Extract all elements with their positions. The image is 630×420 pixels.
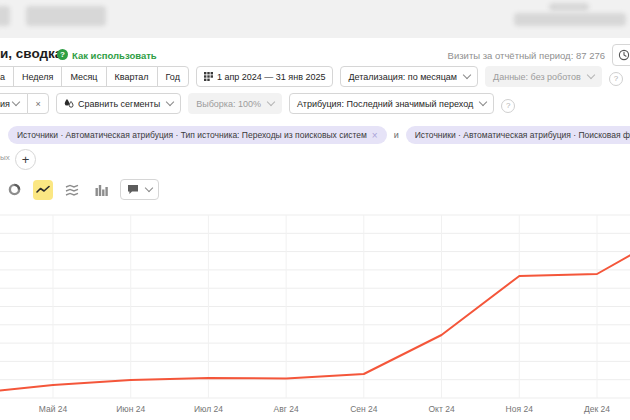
chevron-down-icon (267, 98, 275, 106)
help-question-icon[interactable]: ? (501, 99, 515, 113)
chips-connector: и (394, 130, 399, 140)
compare-drops-icon (64, 98, 74, 109)
active-filter-chips: Источники · Автоматическая атрибуция · Т… (8, 126, 630, 144)
chevron-down-icon (463, 71, 471, 79)
calendar-grid-icon (204, 72, 213, 81)
filter-chip-text: Источники · Автоматическая атрибуция · П… (415, 130, 630, 140)
segment-controls-row: вия × Сравнить сегменты Выборка: 100% Ат… (0, 93, 515, 114)
period-tabs: аНеделяМесяцКварталГод (0, 66, 189, 87)
granularity-dropdown[interactable]: Детализация: по месяцам (340, 66, 478, 87)
segment-condition-group: вия × (0, 93, 49, 114)
chip-close-icon[interactable]: × (372, 130, 378, 141)
visits-line-chart[interactable]: Май 24Июн 24Июл 24Авг 24Сен 24Окт 24Ноя … (0, 202, 630, 420)
x-axis-label: Сен 24 (350, 404, 378, 414)
compare-segments-dropdown[interactable]: Сравнить сегменты (56, 93, 181, 114)
metrica-summary-page: { "topbar": {"note": "redacted-blurred-c… (0, 0, 630, 420)
segment-clear-button[interactable]: × (27, 93, 49, 114)
redacted-account-small (549, 3, 589, 11)
chevron-down-icon (12, 98, 20, 106)
comments-dropdown[interactable] (120, 179, 159, 200)
period-tab-3[interactable]: Квартал (106, 66, 158, 87)
granularity-label: Детализация: по месяцам (348, 72, 457, 82)
help-badge-icon: ? (57, 49, 68, 60)
compare-segments-label: Сравнить сегменты (78, 99, 160, 109)
filter-chip-search-phrase[interactable]: Источники · Автоматическая атрибуция · П… (406, 126, 630, 144)
sampling-dropdown[interactable]: Выборка: 100% (188, 93, 282, 114)
add-metric-button[interactable]: + (15, 149, 36, 170)
chart-type-toolbar (4, 179, 159, 200)
line-chart-tool[interactable] (33, 180, 53, 200)
filter-chip-text: Источники · Автоматическая атрибуция · Т… (17, 130, 367, 140)
pie-chart-icon (8, 183, 21, 196)
pie-chart-tool[interactable] (4, 180, 24, 200)
redacted-tab-title (26, 6, 106, 26)
segment-condition-dropdown[interactable]: вия (0, 93, 28, 114)
sampling-label: Выборка: 100% (196, 99, 261, 109)
help-question-icon[interactable]: ? (609, 72, 623, 86)
x-axis-label: Ноя 24 (506, 404, 534, 414)
attribution-label: Атрибуция: Последний значимый переход (297, 99, 473, 109)
comment-bubble-icon (127, 184, 139, 195)
data-mode-dropdown[interactable]: Данные: без роботов (485, 66, 602, 87)
date-range-button[interactable]: 1 апр 2024 — 31 янв 2025 (196, 66, 334, 87)
line-chart-icon (36, 185, 50, 195)
data-mode-label: Данные: без роботов (493, 72, 581, 82)
period-controls-row: аНеделяМесяцКварталГод 1 апр 2024 — 31 я… (0, 66, 623, 87)
chevron-down-icon (587, 71, 595, 79)
filter-chip-source-type[interactable]: Источники · Автоматическая атрибуция · Т… (8, 126, 387, 144)
attribution-dropdown[interactable]: Атрибуция: Последний значимый переход (289, 93, 494, 114)
columns-chart-icon (95, 184, 108, 196)
columns-chart-tool[interactable] (91, 180, 111, 200)
chevron-down-icon (145, 184, 153, 192)
metric-label-partial: ых (0, 153, 10, 162)
visits-period-total: Визиты за отчётный период: 87 276 (448, 50, 605, 61)
period-tab-0[interactable]: а (0, 66, 14, 87)
report-history-button[interactable] (612, 44, 630, 66)
chevron-down-icon (479, 98, 487, 106)
clock-icon (618, 49, 630, 61)
date-range-label: 1 апр 2024 — 31 янв 2025 (217, 72, 326, 82)
browser-topbar (0, 0, 630, 38)
redacted-favicon (0, 6, 10, 26)
x-axis-label: Май 24 (39, 404, 68, 414)
period-tab-4[interactable]: Год (157, 66, 189, 87)
x-axis-label: Июн 24 (116, 404, 145, 414)
visits-series-line (0, 230, 630, 393)
stacked-area-tool[interactable] (62, 180, 82, 200)
segment-condition-label: вия (0, 99, 10, 109)
page-title: и, сводка (0, 46, 62, 61)
x-axis-label: Авг 24 (274, 404, 299, 414)
redacted-account-name (514, 13, 626, 26)
stacked-area-icon (65, 184, 79, 196)
x-axis-label: Июл 24 (194, 404, 223, 414)
period-tab-2[interactable]: Месяц (61, 66, 106, 87)
period-tab-1[interactable]: Неделя (13, 66, 62, 87)
x-axis-label: Окт 24 (428, 404, 454, 414)
how-to-use-link[interactable]: Как использовать (72, 50, 157, 61)
x-axis-label: Дек 24 (584, 404, 610, 414)
chevron-down-icon (166, 98, 174, 106)
